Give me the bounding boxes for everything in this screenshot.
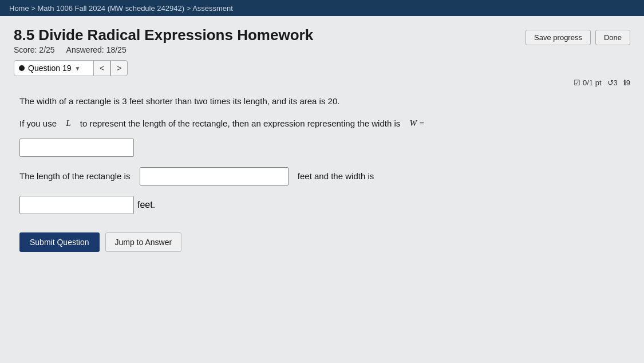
width-value-input[interactable] <box>19 196 134 214</box>
info-icon[interactable]: ℹ9 <box>623 78 630 87</box>
question-selector[interactable]: Question 19 ▼ <box>14 60 94 76</box>
page-title: 8.5 Divide Radical Expressions Homework <box>14 26 313 44</box>
next-question-button[interactable]: > <box>110 60 128 76</box>
prev-question-button[interactable]: < <box>94 60 110 76</box>
history-icon[interactable]: ↺3 <box>607 78 618 87</box>
chevron-down-icon: ▼ <box>75 65 81 72</box>
width-expression-line: If you use L to represent the length of … <box>19 119 625 128</box>
length-line: The length of the rectangle is feet and … <box>19 167 625 186</box>
pts-text: 0/1 pt <box>583 78 602 87</box>
checkbox-icon: ☑ <box>574 78 580 87</box>
variable-W: W = <box>409 119 424 128</box>
submit-question-button[interactable]: Submit Question <box>19 232 100 252</box>
pts-info: ☑ 0/1 pt <box>574 78 602 87</box>
answered-label: Answered: 18/25 <box>66 45 127 54</box>
feet-label: feet. <box>137 200 155 210</box>
question-dot <box>19 65 25 71</box>
breadcrumb-text: Home > Math 1006 Fall 2024 (MW schedule … <box>9 4 233 13</box>
problem-line1: The width of a rectangle is 3 feet short… <box>19 95 625 108</box>
question-label: Question 19 <box>28 64 72 73</box>
score-label: Score: 2/25 <box>14 45 55 54</box>
length-input[interactable] <box>140 167 289 186</box>
jump-to-answer-button[interactable]: Jump to Answer <box>105 232 182 252</box>
width-expression-input[interactable] <box>19 139 134 157</box>
done-button[interactable]: Done <box>595 30 630 45</box>
breadcrumb: Home > Math 1006 Fall 2024 (MW schedule … <box>0 0 644 16</box>
question-navigation: Question 19 ▼ < > <box>14 60 630 76</box>
save-progress-button[interactable]: Save progress <box>526 30 591 45</box>
variable-L: L <box>66 119 70 128</box>
